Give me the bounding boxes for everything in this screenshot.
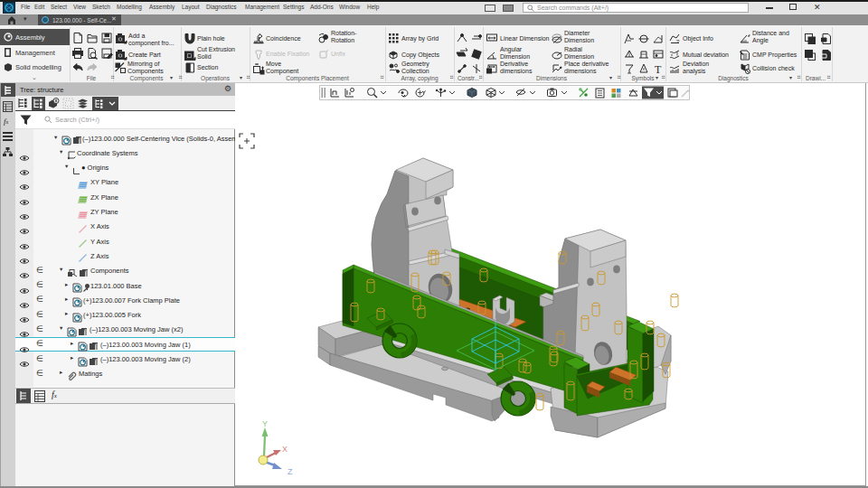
svg-text:Z: Z	[288, 467, 293, 476]
svg-text:?: ?	[676, 39, 680, 44]
svg-text:Y: Y	[262, 419, 268, 428]
svg-text:X: X	[282, 445, 288, 454]
svg-text:T: T	[655, 63, 662, 76]
